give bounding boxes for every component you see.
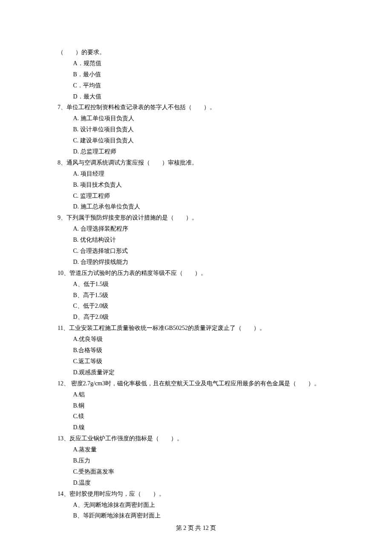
question-block-13: 13、反应工业锅炉工作强度的指标是（ ）。 A.蒸发量 B.压力 C.受热面蒸发… <box>58 433 334 488</box>
question-option: D.观感质量评定 <box>58 367 334 378</box>
question-option: C. 监理工程师 <box>58 191 334 202</box>
question-block-11: 11、工业安装工程施工质量验收统一标准GB50252的质量评定废止了（ ）。 A… <box>58 323 334 378</box>
question-option: B. 设计单位项目负责人 <box>58 124 334 135</box>
question-option: A、无间断地涂抹在两密封面上 <box>58 500 334 511</box>
question-stem: 13、反应工业锅炉工作强度的指标是（ ）。 <box>58 433 334 444</box>
question-option: C、低于2.0级 <box>58 301 334 312</box>
question-option: C.返工等级 <box>58 356 334 367</box>
question-option: D．最大值 <box>58 91 334 102</box>
page-footer: 第 2 页 共 12 页 <box>0 523 392 534</box>
question-stem: 11、工业安装工程施工质量验收统一标准GB50252的质量评定废止了（ ）。 <box>58 323 334 334</box>
question-option: D. 合理的焊接线能力 <box>58 257 334 268</box>
question-option: A.蒸发量 <box>58 444 334 455</box>
question-option: B．最小值 <box>58 69 334 80</box>
question-block-8: 8、通风与空调系统调试方案应报（ ）审核批准。 A. 项目经理 B. 项目技术负… <box>58 157 334 212</box>
question-stem: 14、密封胶使用时应均匀，应（ ）。 <box>58 489 334 500</box>
question-option: B、高于1.5级 <box>58 290 334 301</box>
question-option: A. 施工单位项目负责人 <box>58 113 334 124</box>
question-block-14: 14、密封胶使用时应均匀，应（ ）。 A、无间断地涂抹在两密封面上 B、等距间断… <box>58 489 334 522</box>
question-stem: 10、管道压力试验时的压力表的精度等级不应（ ）。 <box>58 268 334 279</box>
question-option: D.温度 <box>58 477 334 489</box>
question-option: D. 施工总承包单位负责人 <box>58 201 334 212</box>
question-option: C. 合理选择坡口形式 <box>58 246 334 257</box>
question-block-6-cont: （ ）的要求。 A．规范值 B．最小值 C．平均值 D．最大值 <box>58 47 334 102</box>
question-stem: 8、通风与空调系统调试方案应报（ ）审核批准。 <box>58 157 334 168</box>
question-block-12: 12、 密度2.7g/cm3时，磁化率极低，且在航空航天工业及电气工程应用最多的… <box>58 378 334 433</box>
question-option: B. 优化结构设计 <box>58 234 334 246</box>
question-option: A.铝 <box>58 389 334 400</box>
question-option: A.优良等级 <box>58 334 334 345</box>
question-option: A. 合理选择装配程序 <box>58 223 334 234</box>
question-stem: （ ）的要求。 <box>58 47 334 58</box>
question-option: B. 项目技术负责人 <box>58 179 334 191</box>
question-option: B.压力 <box>58 455 334 466</box>
question-stem: 9、下列属于预防焊接变形的设计措施的是（ ）。 <box>58 212 334 223</box>
question-option: D、高于2.0级 <box>58 312 334 323</box>
question-option: C．平均值 <box>58 80 334 91</box>
question-option: C.受热面蒸发率 <box>58 466 334 477</box>
question-block-9: 9、下列属于预防焊接变形的设计措施的是（ ）。 A. 合理选择装配程序 B. 优… <box>58 212 334 267</box>
question-option: B.合格等级 <box>58 345 334 356</box>
question-option: B.铜 <box>58 400 334 411</box>
question-option: D.镍 <box>58 422 334 433</box>
question-option: A．规范值 <box>58 58 334 69</box>
question-stem: 7、单位工程控制资料检查记录表的签字人不包括（ ）。 <box>58 102 334 113</box>
question-block-7: 7、单位工程控制资料检查记录表的签字人不包括（ ）。 A. 施工单位项目负责人 … <box>58 102 334 157</box>
question-option: C. 建设单位项目负责人 <box>58 135 334 146</box>
question-stem: 12、 密度2.7g/cm3时，磁化率极低，且在航空航天工业及电气工程应用最多的… <box>58 378 334 389</box>
page-content: （ ）的要求。 A．规范值 B．最小值 C．平均值 D．最大值 7、单位工程控制… <box>0 0 392 521</box>
question-option: A、低于1.5级 <box>58 279 334 290</box>
question-option: C.镁 <box>58 411 334 422</box>
question-option: B、等距间断地涂抹在两密封面上 <box>58 510 334 521</box>
question-option: A. 项目经理 <box>58 168 334 179</box>
question-option: D. 总监理工程师 <box>58 146 334 157</box>
question-block-10: 10、管道压力试验时的压力表的精度等级不应（ ）。 A、低于1.5级 B、高于1… <box>58 268 334 323</box>
